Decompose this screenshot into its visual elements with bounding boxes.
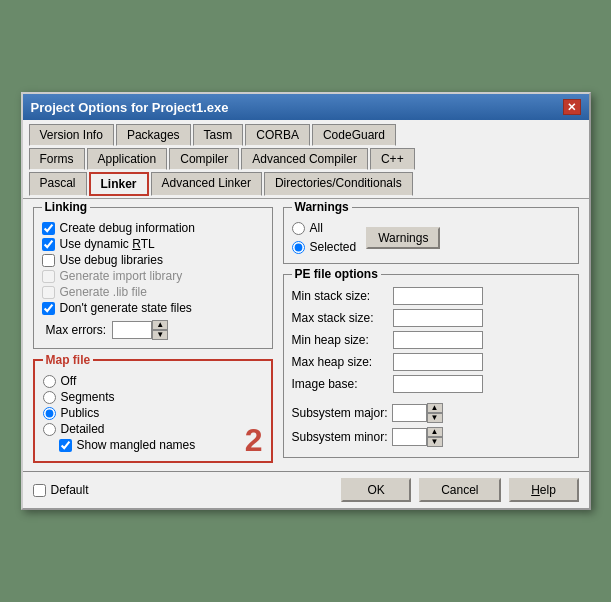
subsys-minor-row: Subsystem minor: 0 ▲ ▼ — [292, 425, 570, 449]
tab-pascal[interactable]: Pascal — [29, 172, 87, 196]
radio-off: Off — [43, 373, 263, 389]
radio-detailed: Detailed — [43, 421, 263, 437]
lib-file-checkbox[interactable] — [42, 286, 55, 299]
warnings-group: Warnings All Selected Warnings — [283, 207, 579, 264]
radio-all-warnings: All — [292, 220, 357, 236]
segments-radio[interactable] — [43, 391, 56, 404]
detailed-radio[interactable] — [43, 423, 56, 436]
tab-packages[interactable]: Packages — [116, 124, 191, 146]
checkbox-debug-info: Create debug information — [42, 220, 264, 236]
debug-info-label: Create debug information — [60, 221, 195, 235]
subsys-minor-spinner: ▲ ▼ — [427, 427, 443, 447]
show-mangled-checkbox[interactable] — [59, 439, 72, 452]
pe-row-max-heap: Max heap size: 0x00100000 — [292, 351, 570, 373]
bottom-bar: Default OK Cancel Help — [23, 471, 589, 508]
tab-row-1: Version Info Packages Tasm CORBA CodeGua… — [29, 124, 583, 146]
max-stack-input[interactable]: 0x00100000 — [393, 309, 483, 327]
tab-cpp[interactable]: C++ — [370, 148, 415, 170]
tab-linker[interactable]: Linker — [89, 172, 149, 196]
all-warnings-label: All — [310, 221, 323, 235]
min-heap-input[interactable]: 0x00001000 — [393, 331, 483, 349]
min-heap-label: Min heap size: — [292, 333, 387, 347]
tab-advanced-linker[interactable]: Advanced Linker — [151, 172, 262, 196]
radio-publics: Publics — [43, 405, 263, 421]
off-radio[interactable] — [43, 375, 56, 388]
debug-libs-checkbox[interactable] — [42, 254, 55, 267]
pe-file-title: PE file options — [292, 267, 381, 281]
debug-libs-label: Use debug libraries — [60, 253, 163, 267]
subsys-major-down[interactable]: ▼ — [427, 413, 443, 423]
left-panel: Linking Create debug information Use dyn… — [33, 207, 273, 463]
tab-version-info[interactable]: Version Info — [29, 124, 114, 146]
map-file-title: Map file — [43, 353, 94, 367]
linking-group: Linking Create debug information Use dyn… — [33, 207, 273, 349]
max-stack-label: Max stack size: — [292, 311, 387, 325]
ok-button[interactable]: OK — [341, 478, 411, 502]
segments-label: Segments — [61, 390, 115, 404]
tab-forms[interactable]: Forms — [29, 148, 85, 170]
subsys-minor-spinbox: 0 ▲ ▼ — [392, 427, 443, 447]
state-files-checkbox[interactable] — [42, 302, 55, 315]
pe-row-min-heap: Min heap size: 0x00001000 — [292, 329, 570, 351]
map-file-group: Map file Off Segments Publics — [33, 359, 273, 463]
tab-row-2: Forms Application Compiler Advanced Comp… — [29, 148, 583, 170]
max-errors-input[interactable]: 0 — [112, 321, 152, 339]
checkbox-debug-libs: Use debug libraries — [42, 252, 264, 268]
pe-row-image-base: Image base: 0x00400000 — [292, 373, 570, 395]
tab-advanced-compiler[interactable]: Advanced Compiler — [241, 148, 368, 170]
show-mangled-label: Show mangled names — [77, 438, 196, 452]
close-button[interactable]: ✕ — [563, 99, 581, 115]
checkbox-lib-file: Generate .lib file — [42, 284, 264, 300]
max-heap-input[interactable]: 0x00100000 — [393, 353, 483, 371]
checkbox-show-mangled: Show mangled names — [43, 437, 263, 453]
radio-segments: Segments — [43, 389, 263, 405]
subsys-minor-up[interactable]: ▲ — [427, 427, 443, 437]
tab-application[interactable]: Application — [87, 148, 168, 170]
selected-warnings-radio[interactable] — [292, 241, 305, 254]
publics-radio[interactable] — [43, 407, 56, 420]
default-checkbox[interactable] — [33, 484, 46, 497]
right-panel: Warnings All Selected Warnings — [283, 207, 579, 463]
checkbox-import-lib: Generate import library — [42, 268, 264, 284]
warnings-title: Warnings — [292, 200, 352, 214]
max-errors-spinbox: 0 ▲ ▼ — [112, 320, 168, 340]
checkbox-state-files: Don't generate state files — [42, 300, 264, 316]
help-underline: H — [531, 483, 540, 497]
publics-label: Publics — [61, 406, 100, 420]
title-bar: Project Options for Project1.exe ✕ — [23, 94, 589, 120]
cancel-button[interactable]: Cancel — [419, 478, 500, 502]
subsys-major-input[interactable]: 4 — [392, 404, 427, 422]
default-check-row: Default — [33, 483, 334, 497]
tab-row-3: Pascal Linker Advanced Linker Directorie… — [29, 172, 583, 196]
subsys-major-spinbox: 4 ▲ ▼ — [392, 403, 443, 423]
all-warnings-radio[interactable] — [292, 222, 305, 235]
dynamic-rtl-label: Use dynamic RTL — [60, 237, 155, 251]
dynamic-rtl-checkbox[interactable] — [42, 238, 55, 251]
import-lib-label: Generate import library — [60, 269, 183, 283]
tab-corba[interactable]: CORBA — [245, 124, 310, 146]
tab-codeguard[interactable]: CodeGuard — [312, 124, 396, 146]
subsys-major-up[interactable]: ▲ — [427, 403, 443, 413]
min-stack-input[interactable]: 0x00002000 — [393, 287, 483, 305]
image-base-input[interactable]: 0x00400000 — [393, 375, 483, 393]
import-lib-checkbox[interactable] — [42, 270, 55, 283]
max-errors-spinner-buttons: ▲ ▼ — [152, 320, 168, 340]
detailed-label: Detailed — [61, 422, 105, 436]
warnings-button[interactable]: Warnings — [366, 227, 440, 249]
max-errors-up-button[interactable]: ▲ — [152, 320, 168, 330]
subsys-major-spinner: ▲ ▼ — [427, 403, 443, 423]
min-stack-label: Min stack size: — [292, 289, 387, 303]
tab-tasm[interactable]: Tasm — [193, 124, 244, 146]
subsys-minor-input[interactable]: 0 — [392, 428, 427, 446]
dialog-title: Project Options for Project1.exe — [31, 100, 229, 115]
debug-info-checkbox[interactable] — [42, 222, 55, 235]
help-button[interactable]: Help — [509, 478, 579, 502]
subsys-major-row: Subsystem major: 4 ▲ ▼ — [292, 401, 570, 425]
subsys-minor-down[interactable]: ▼ — [427, 437, 443, 447]
subsys-major-label: Subsystem major: — [292, 406, 388, 420]
tab-directories[interactable]: Directories/Conditionals — [264, 172, 413, 196]
linking-title: Linking — [42, 200, 91, 214]
max-errors-row: Max errors: 0 ▲ ▼ — [42, 320, 264, 340]
max-errors-down-button[interactable]: ▼ — [152, 330, 168, 340]
tab-compiler[interactable]: Compiler — [169, 148, 239, 170]
